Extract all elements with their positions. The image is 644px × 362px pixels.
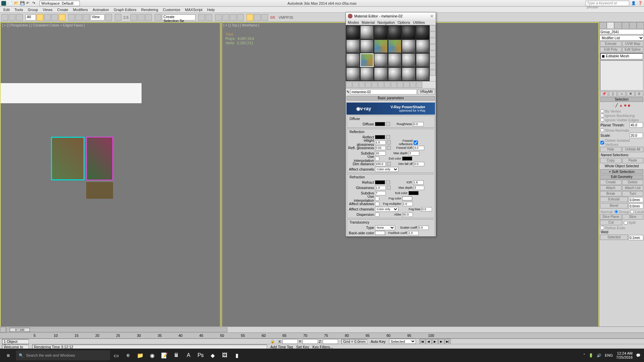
go-parent-icon[interactable] [410,82,416,88]
material-slot[interactable] [416,25,430,39]
viewport-perspective[interactable]: [ + ] [ Perspective ] [ Consistent Color… [0,22,221,339]
paste-button[interactable]: Paste [622,158,644,163]
roughness-input[interactable] [413,122,424,126]
rollout-softsel[interactable]: + Soft Selection [600,169,643,174]
render-icon[interactable] [261,14,268,21]
bevel-button[interactable]: Bevel [600,203,628,208]
dimfalloff-input[interactable] [414,162,424,166]
ignorevis-checkbox[interactable] [600,118,604,122]
angle-snap-icon[interactable] [130,14,137,21]
create-tab-icon[interactable] [599,22,607,29]
ps-icon[interactable]: Ps [195,349,207,362]
rollout-editgeom[interactable]: Edit Geometry [600,175,643,179]
material-slot[interactable] [388,25,402,39]
affectshadows-checkbox[interactable] [375,202,379,206]
calc-icon[interactable]: 🖩 [170,349,182,362]
byvertex-checkbox[interactable] [600,109,604,113]
material-name-input[interactable] [350,89,417,95]
open-icon[interactable]: 📂 [14,1,19,6]
menu-animation[interactable]: Animation [93,8,109,12]
material-slot[interactable] [402,53,416,67]
material-slot[interactable] [346,67,360,81]
namedset-dropdown[interactable]: Create Selection Se [162,14,196,20]
material-slot[interactable] [416,40,430,53]
z-coord-input[interactable] [323,339,338,344]
weld-thresh-input[interactable] [629,235,643,240]
motion-tab-icon[interactable] [622,22,629,29]
extrude-amount-input[interactable] [629,197,643,202]
hilight-gloss-input[interactable] [375,140,386,145]
autocad-icon[interactable]: A [182,349,195,362]
break-button[interactable]: Break [600,191,622,196]
attachlist-button[interactable]: Attach List [622,185,644,191]
dimdist-input[interactable] [375,162,386,166]
create-button[interactable]: Create [600,180,622,185]
display-tab-icon[interactable] [629,22,637,29]
ignoreback-checkbox[interactable] [600,114,604,117]
editpoly-button[interactable]: Edit Poly [600,47,622,52]
fogbias-input[interactable] [421,207,432,212]
help-search-input[interactable]: Type a keyword or phrase [586,1,629,6]
ior-input[interactable] [413,180,424,185]
split-checkbox[interactable] [624,221,628,225]
refl-gloss-input[interactable] [375,146,386,150]
new-icon[interactable]: 📄 [8,1,13,6]
poly-so-icon[interactable]: ■ [624,103,627,108]
deliso-checkbox[interactable] [600,141,604,144]
video-check-icon[interactable] [430,51,436,57]
vertex-so-icon[interactable]: · [613,103,614,108]
uvwmap-button[interactable]: UVW Map [622,41,644,47]
menu-tools[interactable]: Tools [14,8,23,12]
autokey-button[interactable]: Auto Key [371,340,386,344]
scale-icon[interactable] [83,14,90,21]
workspace-dropdown[interactable]: Workspace: Default [40,1,80,6]
options-icon[interactable] [430,63,436,69]
editnamed-icon[interactable] [155,14,161,21]
maxdepth2-input[interactable] [414,186,424,190]
extrude-button[interactable]: Extrude [600,41,622,47]
object-name-input[interactable] [599,29,644,35]
fogmult-input[interactable] [402,202,413,206]
unhideall-button[interactable]: Unhide All [622,147,644,152]
dispersion-checkbox[interactable] [375,213,379,217]
material-slot[interactable] [374,67,388,81]
taskbar-search[interactable]: 🔍 Search the web and Windows [16,350,110,360]
x-coord-input[interactable] [282,339,298,344]
material-slot[interactable] [374,25,388,39]
rect-select-icon[interactable] [51,14,58,21]
align-icon[interactable] [206,14,212,21]
material-slot[interactable] [388,40,402,53]
show-map-icon[interactable] [397,82,403,88]
show-end-icon[interactable] [404,82,410,88]
menu-modifiers[interactable]: Modifiers [73,8,88,12]
play-icon[interactable]: ▶ [432,339,438,344]
normal-group-radio[interactable] [614,210,618,214]
hierarchy-tab-icon[interactable] [614,22,622,29]
copy-button[interactable]: Copy [600,158,622,163]
window-crossing-icon[interactable] [59,14,65,21]
edge-so-icon[interactable]: ╱ [615,103,618,108]
material-slot[interactable] [346,25,360,39]
turn-button[interactable]: Turn [622,191,644,196]
menu-modes[interactable]: Modes [348,20,359,24]
slice-button[interactable]: Slice [622,214,644,220]
hide-button[interactable]: Hide [600,147,622,152]
prev-frame-icon[interactable]: ◀ [426,339,432,344]
delete-button[interactable]: Delete [622,180,644,185]
time-ruler[interactable]: 5 10 15 20 25 30 35 40 45 50 55 60 65 70… [0,333,644,339]
sample-type-icon[interactable] [430,25,436,31]
get-material-icon[interactable] [346,82,352,88]
element-so-icon[interactable]: ◆ [628,103,630,108]
material-slot[interactable] [402,40,416,53]
pin-stack-icon[interactable]: 📌 [600,91,608,97]
weldsel-button[interactable]: Selected [600,235,628,240]
snap-icon[interactable] [115,14,121,21]
material-slot[interactable] [374,40,388,53]
select-name-icon[interactable] [44,14,51,21]
subdivs-input[interactable] [375,151,386,156]
fresnel-ior-input[interactable] [414,146,424,150]
menu-help[interactable]: Help [207,8,215,12]
menu-options[interactable]: Options [397,20,410,24]
bind-icon[interactable] [16,14,23,21]
material-type-button[interactable]: VRayMtl [418,89,435,95]
